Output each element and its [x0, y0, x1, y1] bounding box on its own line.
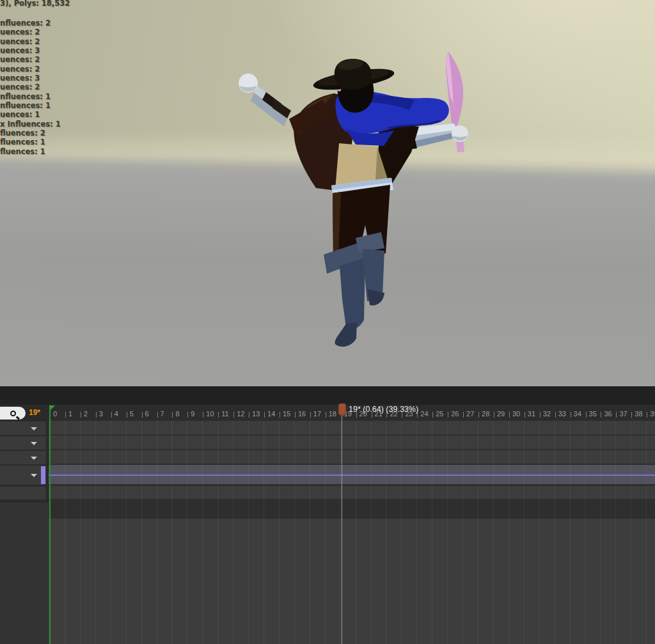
ruler-frame-number: 24: [420, 410, 428, 418]
ruler-tick: [509, 412, 510, 418]
timeline-track-1[interactable]: [0, 421, 46, 435]
ruler-tick: [96, 412, 97, 418]
ruler-tick: [81, 412, 81, 418]
ruler-frame-number: 9: [191, 410, 194, 418]
ruler-tick: [233, 412, 234, 418]
ruler-frame-number: 26: [451, 410, 459, 418]
debug-influences-line: uences: 2: [0, 82, 61, 91]
ruler-tick: [142, 412, 143, 418]
debug-influences-line: uences: 2: [0, 37, 61, 46]
ruler-frame-number: 38: [635, 410, 642, 418]
chevron-down-icon[interactable]: [31, 457, 37, 460]
timeline-track-2[interactable]: [0, 436, 46, 450]
timeline-track-1-lane[interactable]: [49, 421, 655, 434]
ruler-tick: [65, 412, 66, 418]
ruler-tick: [586, 412, 587, 418]
chevron-down-icon[interactable]: [31, 427, 37, 430]
ruler-frame-number: 5: [130, 410, 134, 418]
ruler-frame-number: 28: [482, 410, 489, 418]
ruler-tick: [218, 412, 219, 418]
debug-influences-line: uences: 1: [0, 110, 61, 119]
ruler-frame-number: 35: [589, 410, 597, 418]
debug-influences-line: nfluences: 1: [0, 92, 61, 101]
notify-track-line[interactable]: [49, 475, 655, 476]
timeline-track-panel: 19*: [0, 405, 49, 644]
playhead-label: 19* (0.64) (39.33%): [349, 405, 418, 414]
playback-range-start-line: [49, 405, 51, 644]
character-preview: [211, 38, 493, 352]
ruler-frame-number: 17: [313, 410, 321, 418]
ruler-frame-number: 30: [512, 410, 520, 418]
ruler-frame-number: 4: [114, 410, 118, 418]
ruler-frame-number: 29: [497, 410, 505, 418]
ruler-tick: [525, 412, 525, 418]
search-icon: [10, 411, 16, 416]
ruler-frame-number: 32: [543, 410, 551, 418]
ruler-frame-number: 10: [206, 410, 214, 418]
playhead-line: [342, 416, 343, 644]
ruler-frame-number: 37: [619, 410, 627, 418]
ruler-tick: [127, 412, 127, 418]
timeline-track-4[interactable]: [0, 466, 46, 485]
debug-influences-line: nfluences: 2: [0, 19, 61, 27]
ruler-tick: [478, 412, 479, 418]
debug-influences-line: uences: 2: [0, 55, 61, 64]
ruler-frame-number: 13: [252, 410, 260, 418]
ruler-frame-number: 7: [161, 410, 164, 418]
ruler-tick: [601, 412, 601, 418]
timeline-track-2-lane[interactable]: [49, 436, 655, 449]
chevron-down-icon[interactable]: [31, 442, 37, 445]
ruler-frame-number: 27: [466, 410, 474, 418]
debug-influences-line: fluences: 1: [0, 137, 61, 146]
ruler-frame-number: 6: [145, 410, 149, 418]
timeline-grid[interactable]: [49, 421, 655, 644]
timeline-grid-bottom: [49, 519, 655, 644]
ruler-tick: [631, 412, 632, 418]
ruler-tick: [432, 412, 433, 418]
debug-influences-line: fluences: 1: [0, 147, 61, 156]
timeline-track-5-lane[interactable]: [49, 486, 655, 499]
ruler-frame-number: 14: [267, 410, 275, 418]
ruler-tick: [264, 412, 265, 418]
track-search-input[interactable]: [0, 407, 26, 420]
track-panel-empty-area: [0, 503, 49, 644]
ruler-tick: [647, 412, 647, 418]
ruler-frame-number: 16: [298, 410, 306, 418]
ruler-tick: [187, 412, 188, 418]
ruler-tick: [249, 412, 249, 418]
debug-influences-line: uences: 2: [0, 65, 61, 74]
ruler-frame-number: 25: [436, 410, 443, 418]
ruler-tick: [463, 412, 464, 418]
debug-influences-line: nfluences: 1: [0, 101, 61, 110]
mesh-stats-text: 3), Polys: 18,532: [0, 0, 70, 8]
cowboy-hat: [312, 58, 395, 94]
ruler-frame-number: 36: [604, 410, 612, 418]
track-color-bar: [41, 466, 45, 484]
preview-viewport[interactable]: 3), Polys: 18,532 nfluences: 2uences: 2u…: [0, 0, 655, 386]
timeline-track-5[interactable]: [0, 487, 46, 499]
ruler-frame-number: 2: [84, 410, 88, 418]
debug-influences-line: uences: 3: [0, 74, 61, 82]
animation-editor: 3), Polys: 18,532 nfluences: 2uences: 2u…: [0, 0, 655, 644]
timeline-track-3-lane[interactable]: [49, 450, 655, 464]
ruler-tick: [540, 412, 541, 418]
ruler-frame-number: 11: [221, 410, 228, 418]
animation-timeline: 19* 012345678910111213141516171819202122…: [0, 405, 655, 644]
bone-influences-list: nfluences: 2uences: 2uences: 2uences: 3u…: [0, 19, 61, 156]
ruler-frame-number: 8: [175, 410, 179, 418]
ruler-tick: [571, 412, 571, 418]
ruler-frame-number: 15: [283, 410, 290, 418]
ruler-tick: [172, 412, 173, 418]
ruler-frame-number: 1: [68, 410, 72, 418]
debug-influences-line: uences: 2: [0, 27, 61, 36]
timeline-track-3[interactable]: [0, 451, 46, 464]
ruler-tick: [111, 412, 112, 418]
current-frame-badge: 19*: [29, 408, 40, 417]
ruler-tick: [157, 412, 158, 418]
ruler-frame-number: 33: [558, 410, 566, 418]
ruler-frame-number: 18: [329, 410, 336, 418]
ruler-tick: [616, 412, 617, 418]
chevron-down-icon[interactable]: [31, 474, 37, 477]
ruler-tick: [295, 412, 296, 418]
ruler-frame-number: 31: [528, 410, 535, 418]
